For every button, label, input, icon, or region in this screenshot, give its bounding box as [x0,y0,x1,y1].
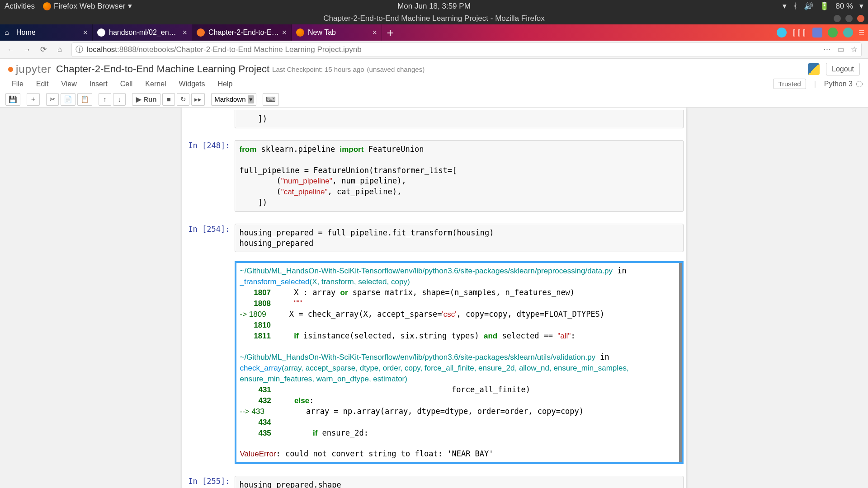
kernel-name: Python 3 [824,80,853,88]
tab-label: Home [16,28,80,37]
active-app-label: Firefox Web Browser [54,2,125,11]
cell-input[interactable]: housing_prepared = full_pipeline.fit_tra… [235,224,684,253]
ext2-icon[interactable] [812,28,822,38]
back-button[interactable]: ← [4,42,18,57]
firefox-icon [296,28,304,37]
cell-prompt: In [255]: [182,473,235,488]
celltype-select[interactable]: Markdown [211,93,256,106]
close-icon[interactable]: × [282,28,287,38]
move-down-button[interactable]: ↓ [113,93,126,106]
code-cell-254[interactable]: In [254]: housing_prepared = full_pipeli… [182,221,686,255]
jupyter-menubar: File Edit View Insert Cell Kernel Widget… [0,77,868,91]
notebook-viewport[interactable]: ]) In [248]: from sklearn.pipeline impor… [0,108,868,488]
url-host: localhost [87,45,117,54]
menu-widgets[interactable]: Widgets [173,80,212,88]
chevron-down-icon: ▾ [128,1,132,11]
volume-icon[interactable]: 🔊 [804,1,813,11]
jupyter-header: jupyter Chapter-2-End-to-End Machine Lea… [0,59,868,77]
tab-home[interactable]: ⌂ Home × [0,24,93,41]
github-icon [97,28,105,37]
url-path: :8888/notebooks/Chapter-2-End-to-End Mac… [117,45,362,54]
library-icon[interactable]: ⫿⫿⫿ [792,27,807,38]
code-cell-fragment[interactable]: ]) [182,108,686,131]
save-button[interactable]: 💾 [5,93,20,106]
restart-button[interactable]: ↻ [177,93,189,106]
window-maximize-button[interactable] [845,15,853,22]
window-title: Chapter-2-End-to-End Machine Learning Pr… [323,14,544,23]
gnome-top-bar: Activities Firefox Web Browser ▾ Mon Jun… [0,0,868,12]
firefox-tabstrip: ⌂ Home × handson-ml/02_end_to × Chapter-… [0,24,868,41]
ext4-icon[interactable] [843,28,853,38]
window-close-button[interactable] [857,15,864,22]
forward-button[interactable]: → [20,42,34,57]
tab-label: handson-ml/02_end_to [109,28,179,37]
bluetooth-icon[interactable]: ᚼ [793,2,797,11]
menu-cell[interactable]: Cell [114,80,139,88]
kernel-idle-icon [856,81,863,87]
code-cell-248[interactable]: In [248]: from sklearn.pipeline import F… [182,137,686,215]
battery-icon[interactable]: 🔋 [820,1,829,11]
tab-newtab[interactable]: New Tab × [292,24,382,41]
chevron-down-icon[interactable]: ▾ [859,1,863,11]
ext3-icon[interactable] [828,28,838,38]
output-cell-254: ~/Github/ML_HandsOn-With-SciKit-Tensorfl… [182,258,686,467]
reload-button[interactable]: ⟳ [36,42,51,57]
menu-edit[interactable]: Edit [30,80,55,88]
close-icon[interactable]: × [182,28,187,38]
cell-input[interactable]: from sklearn.pipeline import FeatureUnio… [235,140,684,212]
menu-icon[interactable]: ≡ [859,27,864,38]
wifi-icon[interactable]: ▾ [783,1,787,11]
logout-button[interactable]: Logout [826,63,860,75]
menu-insert[interactable]: Insert [83,80,114,88]
add-cell-button[interactable]: ＋ [27,93,40,106]
kernel-indicator[interactable]: Python 3 [824,80,863,88]
home-button[interactable]: ⌂ [52,42,67,57]
jupyter-logo-icon [8,67,13,72]
cell-prompt [182,258,235,467]
menu-view[interactable]: View [55,80,83,88]
close-icon[interactable]: × [372,28,377,38]
bookmark-icon[interactable]: ☆ [851,45,858,54]
firefox-icon [43,2,51,10]
copy-button[interactable]: 📄 [61,93,75,106]
celltype-value: Markdown [214,95,245,103]
jupyter-logo[interactable]: jupyter [8,63,52,75]
home-icon: ⌂ [5,28,13,37]
tab-jupyter[interactable]: Chapter-2-End-to-End M × [192,24,292,41]
reader-icon[interactable]: ▭ [837,45,844,54]
more-icon[interactable]: ⋯ [823,45,831,54]
tab-github[interactable]: handson-ml/02_end_to × [93,24,192,41]
run-button[interactable]: ▶ Run [132,93,160,106]
code-cell-255[interactable]: In [255]: housing_prepared.shape [182,473,686,488]
cut-button[interactable]: ✂ [46,93,59,106]
menu-kernel[interactable]: Kernel [139,80,172,88]
move-up-button[interactable]: ↑ [99,93,111,106]
paste-button[interactable]: 📋 [77,93,92,106]
menu-file[interactable]: File [5,80,30,88]
window-minimize-button[interactable] [834,15,841,22]
url-bar[interactable]: ⓘ localhost :8888/notebooks/Chapter-2-En… [71,42,862,57]
ext1-icon[interactable] [777,28,787,38]
traceback-output[interactable]: ~/Github/ML_HandsOn-With-SciKit-Tensorfl… [235,261,684,464]
trusted-badge[interactable]: Trusted [773,79,806,89]
activities-button[interactable]: Activities [5,2,35,11]
cell-input[interactable]: housing_prepared.shape [235,476,684,488]
new-tab-button[interactable]: + [382,24,398,41]
menu-help[interactable]: Help [211,80,239,88]
close-icon[interactable]: × [83,28,88,38]
python-icon [808,63,820,75]
info-icon[interactable]: ⓘ [75,44,83,55]
clock[interactable]: Mon Jun 18, 3:59 PM [397,2,471,11]
cell-input[interactable]: ]) [235,110,684,128]
interrupt-button[interactable]: ■ [162,93,175,106]
firefox-titlebar: Chapter-2-End-to-End Machine Learning Pr… [0,12,868,24]
cell-prompt: In [248]: [182,137,235,215]
checkpoint-text: Last Checkpoint: 15 hours ago [272,66,364,73]
cell-prompt [182,108,235,131]
jupyter-toolbar: 💾 ＋ ✂ 📄 📋 ↑ ↓ ▶ Run ■ ↻ ▸▸ Markdown ⌨ [0,91,868,108]
firefox-toolbar: ← → ⟳ ⌂ ⓘ localhost :8888/notebooks/Chap… [0,41,868,59]
restart-run-all-button[interactable]: ▸▸ [191,93,205,106]
active-app[interactable]: Firefox Web Browser ▾ [43,1,132,11]
notebook-title[interactable]: Chapter-2-End-to-End Machine Learning Pr… [56,63,269,75]
command-palette-button[interactable]: ⌨ [263,93,279,106]
